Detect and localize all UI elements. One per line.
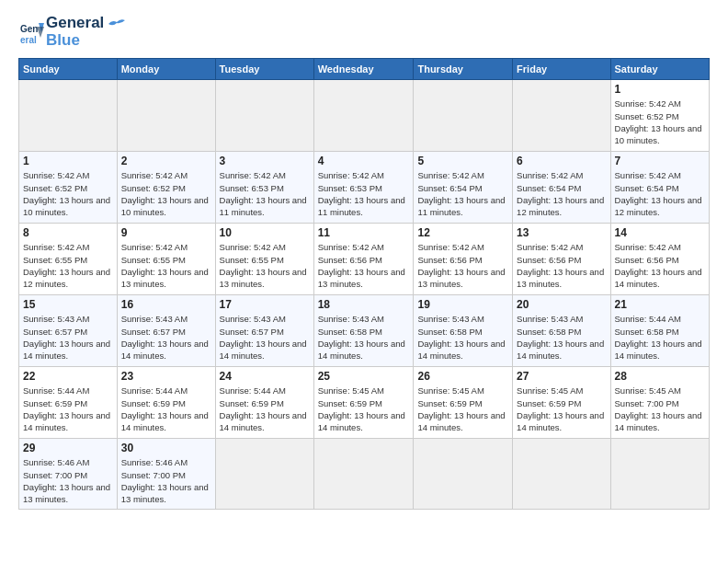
svg-text:Gen: Gen [20,24,38,34]
day-number: 20 [517,298,606,311]
calendar-cell: 19 Sunrise: 5:43 AMSunset: 6:58 PMDaylig… [414,295,513,367]
calendar-cell [215,439,313,509]
day-detail: Sunrise: 5:42 AMSunset: 6:55 PMDaylight:… [220,242,307,289]
day-number: 13 [517,226,606,239]
day-detail: Sunrise: 5:42 AMSunset: 6:53 PMDaylight:… [220,170,307,217]
day-number: 29 [23,442,113,454]
day-detail: Sunrise: 5:43 AMSunset: 6:57 PMDaylight:… [220,314,307,361]
day-detail: Sunrise: 5:42 AMSunset: 6:54 PMDaylight:… [615,170,702,217]
day-detail: Sunrise: 5:46 AMSunset: 7:00 PMDaylight:… [121,457,209,504]
calendar-cell: 26 Sunrise: 5:45 AMSunset: 6:59 PMDaylig… [414,367,513,439]
calendar-cell: 29 Sunrise: 5:46 AMSunset: 7:00 PMDaylig… [19,439,118,509]
day-detail: Sunrise: 5:42 AMSunset: 6:52 PMDaylight:… [121,170,209,217]
dow-header-sunday: Sunday [19,59,118,80]
day-number: 4 [318,155,410,167]
dow-header-thursday: Thursday [414,59,513,80]
day-number: 5 [417,155,508,167]
day-number: 9 [121,226,211,239]
day-detail: Sunrise: 5:42 AMSunset: 6:55 PMDaylight:… [23,242,110,289]
day-detail: Sunrise: 5:42 AMSunset: 6:56 PMDaylight:… [318,242,405,289]
day-detail: Sunrise: 5:45 AMSunset: 6:59 PMDaylight:… [318,385,405,432]
day-detail: Sunrise: 5:44 AMSunset: 6:59 PMDaylight:… [121,385,209,432]
calendar-cell: 27 Sunrise: 5:45 AMSunset: 6:59 PMDaylig… [513,367,610,439]
day-number: 1 [615,83,705,96]
calendar-cell: 6 Sunrise: 5:42 AMSunset: 6:54 PMDayligh… [513,152,610,224]
day-number: 10 [220,226,310,239]
calendar-cell [610,439,709,509]
day-detail: Sunrise: 5:45 AMSunset: 7:00 PMDaylight:… [615,385,702,432]
calendar-cell [513,439,610,509]
calendar-week-1: 1 Sunrise: 5:42 AMSunset: 6:52 PMDayligh… [19,80,710,152]
day-detail: Sunrise: 5:42 AMSunset: 6:54 PMDaylight:… [417,170,505,217]
day-detail: Sunrise: 5:44 AMSunset: 6:59 PMDaylight:… [23,385,110,432]
calendar-cell: 25 Sunrise: 5:45 AMSunset: 6:59 PMDaylig… [313,367,414,439]
day-number: 8 [23,226,113,239]
day-number: 3 [220,155,310,167]
day-detail: Sunrise: 5:43 AMSunset: 6:57 PMDaylight:… [121,314,209,361]
day-number: 7 [615,155,705,167]
dow-header-saturday: Saturday [610,59,709,80]
calendar-cell: 21 Sunrise: 5:44 AMSunset: 6:58 PMDaylig… [610,295,709,367]
dow-header-friday: Friday [513,59,610,80]
calendar-cell: 10 Sunrise: 5:42 AMSunset: 6:55 PMDaylig… [215,224,313,295]
calendar-table: SundayMondayTuesdayWednesdayThursdayFrid… [18,58,710,509]
day-number: 12 [417,226,508,239]
day-detail: Sunrise: 5:43 AMSunset: 6:58 PMDaylight:… [417,314,505,361]
day-number: 30 [121,442,211,454]
day-detail: Sunrise: 5:42 AMSunset: 6:55 PMDaylight:… [121,242,209,289]
dow-header-wednesday: Wednesday [313,59,414,80]
day-number: 18 [318,298,410,311]
calendar-cell: 22 Sunrise: 5:44 AMSunset: 6:59 PMDaylig… [19,367,118,439]
logo: Gen eral General Blue [18,15,125,49]
day-number: 21 [615,298,705,311]
calendar-cell: 2 Sunrise: 5:42 AMSunset: 6:52 PMDayligh… [117,152,215,224]
calendar-cell: 15 Sunrise: 5:43 AMSunset: 6:57 PMDaylig… [19,295,118,367]
calendar-cell: 24 Sunrise: 5:44 AMSunset: 6:59 PMDaylig… [215,367,313,439]
logo-icon: Gen eral [18,19,44,45]
day-detail: Sunrise: 5:44 AMSunset: 6:58 PMDaylight:… [615,314,702,361]
calendar-cell [414,80,513,152]
dow-header-tuesday: Tuesday [215,59,313,80]
calendar-cell: 5 Sunrise: 5:42 AMSunset: 6:54 PMDayligh… [414,152,513,224]
calendar-cell [313,439,414,509]
page-header: Gen eral General Blue [18,15,710,49]
calendar-cell: 7 Sunrise: 5:42 AMSunset: 6:54 PMDayligh… [610,152,709,224]
calendar-cell [513,80,610,152]
day-detail: Sunrise: 5:42 AMSunset: 6:56 PMDaylight:… [615,242,702,289]
day-number: 2 [121,155,211,167]
calendar-cell: 16 Sunrise: 5:43 AMSunset: 6:57 PMDaylig… [117,295,215,367]
calendar-cell: 9 Sunrise: 5:42 AMSunset: 6:55 PMDayligh… [117,224,215,295]
calendar-cell: 18 Sunrise: 5:43 AMSunset: 6:58 PMDaylig… [313,295,414,367]
day-number: 25 [318,370,410,383]
day-number: 6 [517,155,606,167]
day-detail: Sunrise: 5:42 AMSunset: 6:56 PMDaylight:… [417,242,505,289]
calendar-week-4: 15 Sunrise: 5:43 AMSunset: 6:57 PMDaylig… [19,295,710,367]
day-detail: Sunrise: 5:42 AMSunset: 6:52 PMDaylight:… [23,170,110,217]
calendar-cell: 17 Sunrise: 5:43 AMSunset: 6:57 PMDaylig… [215,295,313,367]
day-detail: Sunrise: 5:42 AMSunset: 6:56 PMDaylight:… [517,242,604,289]
day-number: 27 [517,370,606,383]
calendar-cell: 1 Sunrise: 5:42 AMSunset: 6:52 PMDayligh… [19,152,118,224]
day-detail: Sunrise: 5:42 AMSunset: 6:53 PMDaylight:… [318,170,405,217]
calendar-cell [215,80,313,152]
calendar-week-2: 1 Sunrise: 5:42 AMSunset: 6:52 PMDayligh… [19,152,710,224]
calendar-cell: 20 Sunrise: 5:43 AMSunset: 6:58 PMDaylig… [513,295,610,367]
day-number: 28 [615,370,705,383]
day-detail: Sunrise: 5:43 AMSunset: 6:58 PMDaylight:… [517,314,604,361]
day-detail: Sunrise: 5:44 AMSunset: 6:59 PMDaylight:… [220,385,307,432]
day-number: 16 [121,298,211,311]
calendar-cell: 11 Sunrise: 5:42 AMSunset: 6:56 PMDaylig… [313,224,414,295]
svg-text:eral: eral [20,35,37,45]
calendar-cell: 28 Sunrise: 5:45 AMSunset: 7:00 PMDaylig… [610,367,709,439]
calendar-cell: 12 Sunrise: 5:42 AMSunset: 6:56 PMDaylig… [414,224,513,295]
calendar-week-3: 8 Sunrise: 5:42 AMSunset: 6:55 PMDayligh… [19,224,710,295]
day-number: 26 [417,370,508,383]
calendar-cell: 13 Sunrise: 5:42 AMSunset: 6:56 PMDaylig… [513,224,610,295]
day-detail: Sunrise: 5:46 AMSunset: 7:00 PMDaylight:… [23,457,110,504]
day-number: 17 [220,298,310,311]
day-number: 24 [220,370,310,383]
calendar-week-5: 22 Sunrise: 5:44 AMSunset: 6:59 PMDaylig… [19,367,710,439]
calendar-cell: 3 Sunrise: 5:42 AMSunset: 6:53 PMDayligh… [215,152,313,224]
day-detail: Sunrise: 5:45 AMSunset: 6:59 PMDaylight:… [517,385,604,432]
day-of-week-row: SundayMondayTuesdayWednesdayThursdayFrid… [19,59,710,80]
